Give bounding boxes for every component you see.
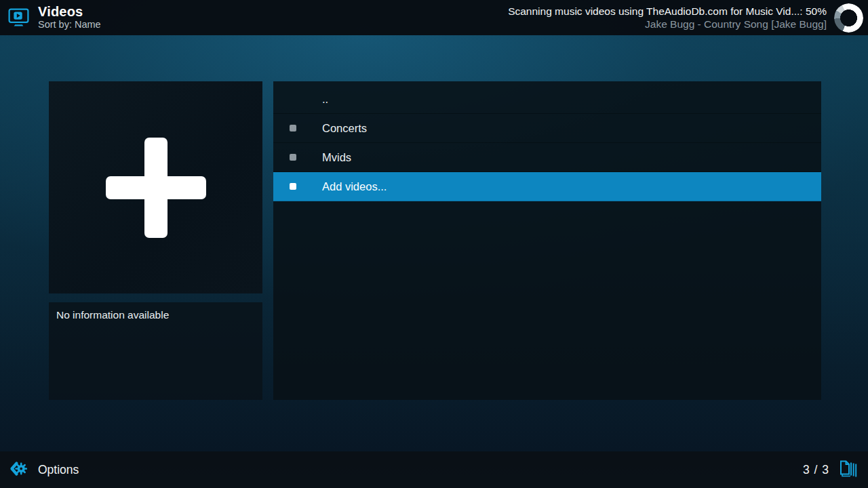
item-info-text: No information available: [56, 309, 169, 321]
plus-icon: [144, 138, 167, 238]
media-list: .. Concerts Mvids Add videos...: [273, 81, 821, 400]
list-item-label: Add videos...: [322, 180, 387, 193]
scan-status-item: Jake Bugg - Country Song [Jake Bugg]: [508, 18, 827, 30]
scan-status: Scanning music videos using TheAudioDb.c…: [508, 5, 834, 31]
footer-bar: Options 3 / 3: [0, 451, 868, 488]
title-block: Videos Sort by: Name: [38, 5, 101, 30]
list-item-label: Concerts: [322, 122, 367, 135]
page-indicator: 3 / 3: [803, 459, 859, 481]
video-tv-icon: [8, 8, 29, 27]
list-item[interactable]: Concerts: [273, 114, 821, 143]
chevron-gear-icon: [9, 460, 27, 481]
options-button[interactable]: Options: [9, 460, 79, 481]
stacked-pages-icon: [837, 459, 859, 481]
sort-order-label: Sort by: Name: [38, 20, 101, 30]
folder-bullet-icon: [290, 154, 296, 161]
list-item[interactable]: ..: [273, 85, 821, 114]
header-bar: Videos Sort by: Name Scanning music vide…: [0, 0, 868, 35]
list-item[interactable]: Mvids: [273, 143, 821, 172]
scan-status-progress: Scanning music videos using TheAudioDb.c…: [508, 5, 827, 18]
list-item-label: Mvids: [322, 151, 351, 164]
page-count-label: 3 / 3: [803, 463, 829, 477]
folder-bullet-icon: [290, 125, 296, 131]
list-item-label: ..: [322, 93, 328, 106]
focused-item-thumbnail: [49, 81, 262, 293]
list-item[interactable]: Add videos...: [273, 172, 821, 201]
item-info-panel: No information available: [49, 302, 262, 400]
kodi-videos-screen: Videos Sort by: Name Scanning music vide…: [0, 0, 868, 488]
busy-spinner-icon: [834, 3, 863, 33]
folder-bullet-icon: [290, 183, 296, 190]
page-title: Videos: [38, 5, 101, 20]
options-button-label: Options: [38, 463, 79, 477]
